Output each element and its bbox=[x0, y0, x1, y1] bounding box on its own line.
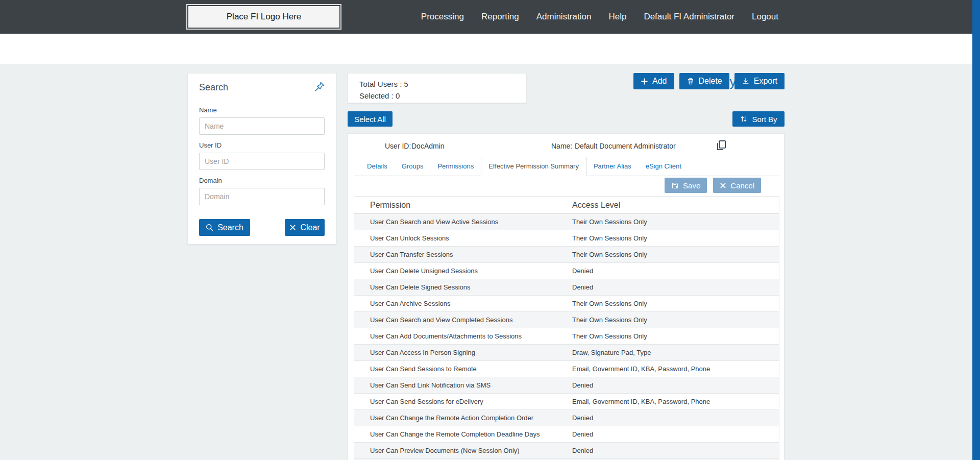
tab-groups[interactable]: Groups bbox=[395, 157, 431, 176]
tab-partner-alias[interactable]: Partner Alias bbox=[586, 157, 639, 176]
table-row: User Can Delete Signed SessionsDenied bbox=[354, 279, 779, 296]
domain-label: Domain bbox=[199, 177, 325, 184]
access-level-cell: Denied bbox=[572, 414, 779, 422]
access-level-cell: Denied bbox=[572, 267, 779, 275]
copy-icon[interactable] bbox=[715, 139, 728, 152]
nav-item-default-fi-administrator[interactable]: Default FI Administrator bbox=[644, 12, 734, 22]
permission-cell: User Can Preview Documents (New Session … bbox=[354, 447, 572, 454]
permissions-table-body: User Can Search and View Active Sessions… bbox=[354, 214, 779, 459]
clear-button[interactable]: Clear bbox=[285, 219, 325, 236]
fi-logo-placeholder: Place FI Logo Here bbox=[187, 5, 340, 29]
table-row: User Can Access In Person SigningDraw, S… bbox=[354, 345, 779, 361]
cancel-button[interactable]: Cancel bbox=[713, 178, 761, 193]
save-cancel-group: Save Cancel bbox=[665, 178, 761, 193]
topbar: Place FI Logo Here ProcessingReportingAd… bbox=[0, 0, 980, 34]
table-row: User Can Change the Remote Action Comple… bbox=[354, 410, 779, 426]
nav-item-help[interactable]: Help bbox=[608, 12, 626, 22]
access-level-cell: Their Own Sessions Only bbox=[572, 316, 779, 324]
permission-cell: User Can Send Sessions to Remote bbox=[354, 365, 572, 373]
nav-item-administration[interactable]: Administration bbox=[536, 12, 592, 22]
access-level-cell: Draw, Signature Pad, Type bbox=[572, 349, 779, 356]
access-level-cell: Denied bbox=[572, 381, 779, 389]
summary-card: Total Users : 5 Selected : 0 bbox=[348, 73, 527, 103]
add-button[interactable]: Add bbox=[633, 73, 674, 89]
name-input[interactable] bbox=[199, 117, 325, 135]
select-all-label: Select All bbox=[354, 115, 386, 124]
table-row: User Can Send Link Notification via SMSD… bbox=[354, 377, 779, 394]
total-users-count: Total Users : 5 bbox=[359, 78, 515, 90]
name-label: Name bbox=[199, 106, 325, 114]
permission-cell: User Can Archive Sessions bbox=[354, 300, 572, 307]
nav-item-reporting[interactable]: Reporting bbox=[481, 12, 519, 22]
permission-cell: User Can Send Sessions for eDelivery bbox=[354, 398, 572, 405]
table-row: User Can Send Sessions for eDeliveryEmai… bbox=[354, 394, 779, 410]
permission-cell: User Can Delete Unsigned Sessions bbox=[354, 267, 572, 275]
table-row: User Can Preview Documents (New Session … bbox=[354, 443, 779, 459]
tab-permissions[interactable]: Permissions bbox=[430, 157, 481, 176]
column-header-permission: Permission bbox=[354, 201, 572, 210]
tab-effective-permission-summary[interactable]: Effective Permission Summary bbox=[481, 157, 586, 176]
nav-item-logout[interactable]: Logout bbox=[752, 12, 778, 22]
export-button[interactable]: Export bbox=[734, 73, 785, 89]
permission-cell: User Can Change the Remote Action Comple… bbox=[354, 414, 572, 422]
delete-button[interactable]: Delete bbox=[679, 73, 729, 89]
permission-cell: User Can Search and View Completed Sessi… bbox=[354, 316, 572, 324]
table-row: User Can Search and View Completed Sessi… bbox=[354, 312, 779, 328]
permissions-table-header: Permission Access Level bbox=[354, 196, 779, 214]
user-id-input[interactable] bbox=[199, 153, 325, 170]
cancel-button-label: Cancel bbox=[730, 181, 754, 190]
access-level-cell: Denied bbox=[572, 283, 779, 291]
permission-cell: User Can Delete Signed Sessions bbox=[354, 283, 572, 291]
permission-cell: User Can Add Documents/Attachments to Se… bbox=[354, 332, 572, 340]
field-group-name: Name bbox=[199, 106, 325, 135]
field-group-user-id: User ID bbox=[199, 141, 325, 170]
table-row: User Can Transfer SessionsTheir Own Sess… bbox=[354, 247, 779, 263]
access-level-cell: Their Own Sessions Only bbox=[572, 218, 779, 226]
permission-cell: User Can Access In Person Signing bbox=[354, 349, 572, 356]
export-button-label: Export bbox=[754, 77, 777, 86]
domain-input[interactable] bbox=[199, 188, 325, 205]
subheader: x̄ User Maintenance Synergy eSign™ bbox=[0, 34, 980, 64]
table-row: User Can Add Documents/Attachments to Se… bbox=[354, 328, 779, 345]
nav-item-processing[interactable]: Processing bbox=[421, 12, 464, 22]
user-meta-row: User ID: DocAdmin Name: Default Document… bbox=[348, 140, 784, 152]
user-name-value: Default Document Administrator bbox=[575, 142, 676, 150]
access-level-cell: Their Own Sessions Only bbox=[572, 300, 779, 307]
search-panel-title: Search bbox=[199, 82, 228, 93]
action-buttons: Add Delete Export bbox=[633, 73, 785, 89]
tab-esign-client[interactable]: eSign Client bbox=[639, 157, 689, 176]
select-all-button[interactable]: Select All bbox=[348, 111, 393, 127]
search-panel: Search NameUser IDDomain Search Clear bbox=[187, 73, 336, 245]
field-group-domain: Domain bbox=[199, 177, 325, 205]
access-level-cell: Email, Government ID, KBA, Password, Pho… bbox=[572, 365, 779, 373]
save-button[interactable]: Save bbox=[665, 178, 707, 193]
tab-details[interactable]: Details bbox=[360, 157, 395, 176]
save-button-label: Save bbox=[683, 181, 700, 190]
table-row: User Can Archive SessionsTheir Own Sessi… bbox=[354, 296, 779, 312]
selected-count: Selected : 0 bbox=[359, 90, 515, 102]
user-name-label: Name: bbox=[551, 142, 572, 150]
access-level-cell: Email, Government ID, KBA, Password, Pho… bbox=[572, 398, 779, 405]
delete-button-label: Delete bbox=[699, 77, 722, 86]
table-row: User Can Delete Unsigned SessionsDenied bbox=[354, 263, 779, 279]
column-header-access-level: Access Level bbox=[572, 201, 779, 210]
permission-cell: User Can Search and View Active Sessions bbox=[354, 218, 572, 226]
table-row: User Can Search and View Active Sessions… bbox=[354, 214, 779, 230]
table-row: User Can Change the Remote Completion De… bbox=[354, 426, 779, 443]
permission-cell: User Can Unlock Sessions bbox=[354, 234, 572, 242]
access-level-cell: Their Own Sessions Only bbox=[572, 251, 779, 258]
top-nav: ProcessingReportingAdministrationHelpDef… bbox=[421, 0, 778, 34]
pin-icon[interactable] bbox=[313, 81, 326, 93]
user-id-label: User ID bbox=[199, 141, 325, 149]
vertical-scrollbar[interactable] bbox=[972, 0, 980, 460]
user-id-value: DocAdmin bbox=[411, 142, 445, 150]
sort-by-button[interactable]: Sort By bbox=[732, 111, 785, 127]
sort-by-label: Sort By bbox=[752, 115, 777, 124]
permissions-table: Permission Access Level User Can Search … bbox=[354, 196, 779, 459]
access-level-cell: Their Own Sessions Only bbox=[572, 234, 779, 242]
access-level-cell: Denied bbox=[572, 447, 779, 454]
table-row: User Can Send Sessions to RemoteEmail, G… bbox=[354, 361, 779, 377]
search-button[interactable]: Search bbox=[199, 219, 250, 236]
user-id-label: User ID: bbox=[385, 142, 411, 150]
permission-cell: User Can Transfer Sessions bbox=[354, 251, 572, 258]
